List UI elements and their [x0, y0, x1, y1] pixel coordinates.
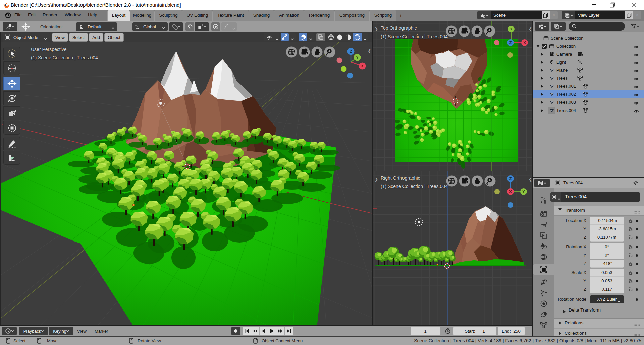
svg-text:Z: Z: [509, 177, 512, 181]
svg-text:Y: Y: [356, 55, 359, 59]
svg-text:Y: Y: [522, 190, 525, 194]
svg-text:X: X: [361, 64, 364, 68]
svg-text:Z: Z: [350, 49, 352, 53]
svg-text:Z: Z: [509, 41, 512, 45]
svg-text:X: X: [523, 41, 526, 45]
svg-text:X: X: [509, 190, 512, 194]
svg-text:Y: Y: [510, 27, 513, 31]
